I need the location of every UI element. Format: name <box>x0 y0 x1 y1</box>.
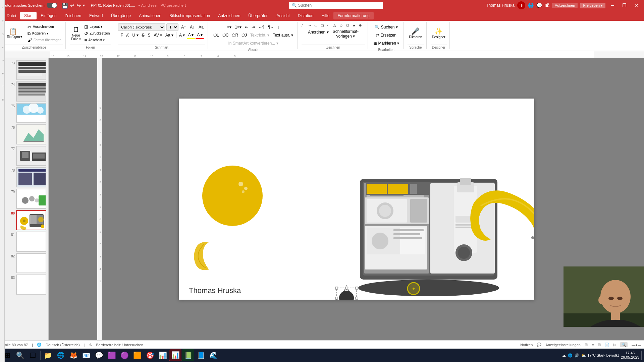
textdir-btn[interactable]: Textricht. ▾ <box>249 32 271 39</box>
tab-zeichnen[interactable]: Zeichnen <box>61 12 85 19</box>
taskbar-cloud[interactable]: ☁ <box>562 353 566 358</box>
selected-circle-obj[interactable]: ⊕ <box>335 285 358 300</box>
suchen-btn[interactable]: 🔍 Suchen ▾ <box>373 23 399 31</box>
shape-rounded[interactable]: ▢ <box>321 23 327 27</box>
show-desktop-btn[interactable] <box>641 351 643 360</box>
view-normal-btn[interactable]: ⊞ <box>585 343 588 347</box>
minimize-button[interactable]: ─ <box>608 1 617 9</box>
markieren-btn[interactable]: ▦ Markieren ▾ <box>372 40 400 47</box>
align-right-btn[interactable]: ⬡R <box>230 32 239 39</box>
slide-thumb-74[interactable]: 74 <box>7 81 47 102</box>
freigeben-btn[interactable]: Freigeben ▾ <box>580 3 605 8</box>
einfuegen-button[interactable]: 📋 Einfügen ▾ <box>5 27 25 39</box>
ausschneiden-button[interactable]: ✂ Ausschneiden <box>26 24 63 30</box>
smartart-btn[interactable]: In SmartArt konvertieren... ▾ <box>227 40 279 47</box>
abschnitt-button[interactable]: ≡ Abschnitt ▾ <box>83 37 111 43</box>
tab-aufzeichnen[interactable]: Aufzeichnen <box>214 12 244 19</box>
tab-formformatierung[interactable]: Formformatierung <box>333 12 373 19</box>
view-notes-btn[interactable]: 📄 <box>605 343 609 347</box>
slide-thumb-82[interactable]: 82 <box>7 252 47 274</box>
autosave-toggle[interactable] <box>47 3 57 8</box>
font-size-select[interactable]: 18 <box>166 23 178 31</box>
slide-canvas[interactable]: ⊕ Thomas Hruska <box>179 99 534 300</box>
kopieren-button[interactable]: ⧉ Kopieren ▾ <box>26 31 63 37</box>
numbering-btn[interactable]: 1≡▾ <box>233 23 243 31</box>
taskbar-onenote[interactable]: 🟣 <box>118 349 130 361</box>
schnell-btn[interactable]: Schnellformat-vorlagen ▾ <box>331 28 360 36</box>
slide-thumb-80[interactable]: 80 <box>7 209 47 231</box>
tab-animationen[interactable]: Animationen <box>135 12 165 19</box>
align-left-btn[interactable]: ⬡L <box>212 32 220 39</box>
clear-format-btn[interactable]: Aa <box>197 23 205 31</box>
slide-thumb-76[interactable]: 76 <box>7 124 47 145</box>
indent-less-btn[interactable]: ⇤ <box>244 23 250 31</box>
tab-hilfe[interactable]: Hilfe <box>317 12 333 19</box>
comments-icon[interactable]: 💬 <box>536 3 542 8</box>
font-decrease-btn[interactable]: A↓ <box>189 23 196 31</box>
taskbar-app1[interactable]: 🟧 <box>131 349 143 361</box>
view-slidesorter-btn[interactable]: ⊟ <box>598 343 601 347</box>
underline-btn[interactable]: U ▾ <box>131 32 140 39</box>
dictation-tab-btn[interactable]: Aufzeichnen <box>552 3 578 8</box>
char-spacing-btn[interactable]: AV ▾ <box>153 32 163 39</box>
tab-datei[interactable]: Datei <box>3 12 20 19</box>
tab-uebergaenge[interactable]: Übergänge <box>107 12 135 19</box>
tab-ueberpruefen[interactable]: Überprüfen <box>244 12 272 19</box>
comments-btn[interactable]: 💬 <box>537 343 541 347</box>
taskbar-search[interactable]: 🔍 <box>14 349 26 361</box>
diktieren-button[interactable]: 🎤 Diktieren <box>408 27 423 40</box>
view-settings-btn[interactable]: Anzeigeeinstellungen <box>545 343 581 347</box>
accessibility-status[interactable]: Barrierefreiheit: Untersuchen <box>96 343 143 347</box>
weather-widget[interactable]: ⛅ 17°C Stark bewölkt <box>581 353 619 358</box>
crescent-obj[interactable] <box>194 242 209 270</box>
language-label[interactable]: Deutsch (Österreich) <box>46 343 79 347</box>
slide-thumb-81[interactable]: 81 <box>7 231 47 252</box>
indent-more-btn[interactable]: ⇥ <box>250 23 256 31</box>
taskbar-mail[interactable]: 📧 <box>80 349 92 361</box>
yellow-circle-obj[interactable] <box>202 166 263 226</box>
anordnen-btn[interactable]: Anordnen ▾ <box>307 28 330 36</box>
font-highlight-btn[interactable]: A ▾ <box>187 32 195 39</box>
taskbar-word[interactable]: 📘 <box>195 349 207 361</box>
close-button[interactable]: ✕ <box>632 1 641 9</box>
designer-button[interactable]: ✨ Designer <box>431 27 447 40</box>
zuruecksetzen-button[interactable]: ↺ Zurücksetzen <box>83 31 111 37</box>
neue-folie-button[interactable]: 🗒 NeueFolie ▾ <box>70 25 82 42</box>
slide-thumb-83[interactable]: 83 <box>7 274 47 295</box>
taskbar-excel[interactable]: 📗 <box>182 349 194 361</box>
shape-arrow[interactable]: → <box>308 23 314 27</box>
shape-tri[interactable]: △ <box>333 23 339 27</box>
notes-btn[interactable]: Notizen <box>520 343 533 347</box>
taskbar-powerpoint[interactable]: 📊 <box>169 349 181 361</box>
ersetzen-btn[interactable]: ⇄ Ersetzen <box>375 32 398 39</box>
slide-panel[interactable]: 1 2 3 4 5 6 7 8 73 74 <box>0 58 49 340</box>
taskbar-app3[interactable]: 📊 <box>157 349 169 361</box>
search-box[interactable]: 🔍 <box>289 2 383 9</box>
format-button[interactable]: 🖌 Format übertragen <box>26 37 63 43</box>
columns-btn[interactable]: ⫶ <box>276 23 281 31</box>
tab-entwurf[interactable]: Entwurf <box>85 12 107 19</box>
slide-thumb-77[interactable]: 77 <box>7 145 47 167</box>
shape-line[interactable]: / <box>302 23 308 27</box>
tab-start[interactable]: Start <box>20 12 37 19</box>
slide-thumb-73[interactable]: 73 <box>7 59 47 81</box>
align-center-btn[interactable]: ⬡C <box>221 32 230 39</box>
taskbar-app2[interactable]: 🎯 <box>144 349 156 361</box>
slide-thumb-75[interactable]: 75 <box>7 102 47 124</box>
restore-button[interactable]: ❐ <box>620 1 629 9</box>
rtl-btn[interactable]: ←¶ <box>257 23 266 31</box>
italic-btn[interactable]: K <box>125 32 130 39</box>
slide-thumb-79[interactable]: 79 <box>7 188 47 209</box>
slide-thumb-78[interactable]: 78 <box>7 167 47 188</box>
bullets-btn[interactable]: ≡▾ <box>226 23 233 31</box>
view-reading-btn[interactable]: ▷ <box>613 343 616 347</box>
justify-btn[interactable]: ⬡J <box>240 32 248 39</box>
redo-icon[interactable]: ↪ <box>76 2 81 9</box>
present-icon[interactable]: 📽 <box>545 3 549 8</box>
strikethrough-btn[interactable]: S <box>141 32 146 39</box>
undo-icon[interactable]: ↩ <box>70 2 74 9</box>
taskbar-teams[interactable]: 🟪 <box>106 349 118 361</box>
font-color-bg-btn[interactable]: A ▾ <box>178 32 186 39</box>
quick-access-more[interactable]: ▾ <box>83 3 85 8</box>
tab-dictation[interactable]: Dictation <box>294 12 318 19</box>
